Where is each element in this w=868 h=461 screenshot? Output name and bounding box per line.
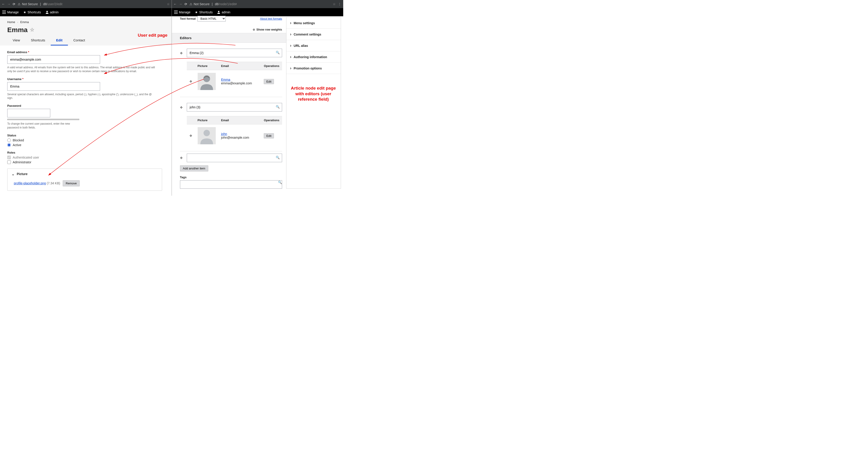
shortcut-star-icon[interactable]: ☆: [30, 27, 34, 33]
tags-field[interactable]: [180, 180, 278, 189]
status-blocked-radio[interactable]: [7, 138, 11, 142]
editor-autocomplete[interactable]: 🔍: [187, 48, 282, 57]
manage-menu[interactable]: Manage: [174, 10, 191, 14]
sidebar-promotion-options[interactable]: Promotion options: [286, 63, 341, 74]
reload-icon[interactable]: ⟳: [185, 2, 187, 6]
user-edit-pane: ← → ⟳ ⚠Not Secure | d8/user/2/edit ☆ Man…: [0, 0, 172, 196]
node-settings-sidebar: Menu settings Comment settings URL alias…: [286, 17, 341, 189]
email-help: A valid email address. All emails from t…: [7, 66, 157, 73]
email-field[interactable]: [7, 55, 100, 64]
node-edit-pane: ← → ⟳ ⚠Not Secure | d8/node/1/edit# ☆ ⋮ …: [172, 0, 343, 196]
back-icon[interactable]: ←: [2, 2, 5, 6]
svg-rect-5: [174, 12, 178, 12]
breadcrumb-home[interactable]: Home: [7, 20, 15, 24]
page-header-area: Home › Emma Emma ☆ View Shortcuts Edit C…: [0, 16, 172, 45]
edit-button[interactable]: Edit: [264, 79, 274, 84]
search-icon: 🔍: [274, 49, 282, 57]
password-help: To change the current user password, ent…: [7, 122, 78, 130]
editor-autocomplete-empty[interactable]: 🔍: [187, 154, 282, 162]
user-label: admin: [50, 10, 59, 14]
tags-input[interactable]: 🔍: [180, 180, 282, 189]
shortcuts-menu[interactable]: ★ Shortcuts: [23, 10, 41, 14]
browser-menu-icon[interactable]: ⋮: [338, 2, 341, 6]
bookmark-star-icon[interactable]: ☆: [167, 2, 170, 6]
editor-autocomplete-input[interactable]: [187, 154, 274, 162]
picture-details: Picture profile-placeholder.png (7.34 KB…: [7, 168, 162, 191]
editor-name-link[interactable]: john: [221, 132, 227, 136]
back-icon[interactable]: ←: [174, 2, 177, 6]
avatar: [198, 127, 216, 144]
role-administrator-label: Administrator: [13, 160, 31, 164]
editor-email: john@example.com: [221, 136, 249, 139]
status-active-row[interactable]: Active: [7, 143, 164, 147]
username-help: Several special characters are allowed, …: [7, 93, 157, 100]
avatar: [198, 73, 216, 90]
role-administrator-checkbox[interactable]: [7, 160, 11, 164]
security-label: Not Secure: [194, 2, 210, 6]
svg-rect-1: [2, 12, 6, 12]
svg-point-3: [46, 11, 48, 12]
editor-email: emma@example.com: [221, 81, 252, 85]
table-row: ✥ john john@example.com: [187, 124, 282, 147]
drag-handle-icon[interactable]: ✥: [189, 134, 192, 137]
about-text-formats-link[interactable]: About text formats: [260, 17, 282, 20]
manage-label: Manage: [7, 10, 19, 14]
url-path[interactable]: /node/1/edit#: [218, 2, 237, 6]
admin-toolbar: Manage ★ Shortcuts admin: [0, 8, 172, 16]
svg-rect-6: [174, 13, 178, 14]
show-row-weights-link[interactable]: Show row weights: [256, 28, 282, 31]
picture-summary[interactable]: Picture: [7, 169, 162, 179]
add-another-button[interactable]: Add another item: [180, 165, 208, 171]
editor-autocomplete-input[interactable]: [187, 49, 274, 57]
crosshair-icon: ⊕: [253, 28, 255, 31]
drag-handle-icon[interactable]: ✥: [189, 79, 192, 83]
role-authenticated-row: Authenticated user: [7, 156, 164, 159]
url-host[interactable]: d8: [215, 2, 218, 6]
editor-autocomplete[interactable]: 🔍: [187, 103, 282, 111]
primary-tabs: View Shortcuts Edit Contact: [7, 35, 164, 45]
drag-handle-icon[interactable]: ✥: [180, 106, 183, 109]
drag-handle-icon[interactable]: ✥: [180, 51, 183, 55]
picture-file-link[interactable]: profile-placeholder.png: [14, 182, 46, 185]
svg-point-9: [204, 130, 210, 136]
chevron-down-icon: [11, 172, 14, 176]
browser-bar: ← → ⟳ ⚠Not Secure | d8/user/2/edit ☆: [0, 0, 172, 8]
remove-picture-button[interactable]: Remove: [63, 180, 80, 187]
sidebar-menu-settings[interactable]: Menu settings: [286, 18, 341, 29]
editor-name-link[interactable]: Emma: [221, 78, 230, 81]
svg-rect-0: [2, 11, 6, 11]
warning-icon: ⚠: [18, 2, 21, 6]
sidebar-authoring-info[interactable]: Authoring information: [286, 51, 341, 63]
bookmark-star-icon[interactable]: ☆: [333, 2, 336, 6]
roles-label: Roles: [7, 151, 164, 154]
shortcuts-menu[interactable]: ★ Shortcuts: [195, 10, 213, 14]
password-field[interactable]: [7, 109, 50, 118]
role-administrator-row[interactable]: Administrator: [7, 160, 164, 164]
username-field[interactable]: [7, 82, 100, 91]
tab-contact[interactable]: Contact: [68, 35, 91, 45]
reload-icon[interactable]: ⟳: [13, 2, 16, 6]
manage-menu[interactable]: Manage: [2, 10, 19, 14]
status-blocked-row[interactable]: Blocked: [7, 138, 164, 142]
url-host[interactable]: d8: [43, 2, 47, 6]
user-menu[interactable]: admin: [217, 10, 230, 14]
sidebar-comment-settings[interactable]: Comment settings: [286, 29, 341, 40]
browser-bar: ← → ⟳ ⚠Not Secure | d8/node/1/edit# ☆ ⋮: [172, 0, 343, 8]
svg-point-7: [218, 11, 219, 12]
search-icon: 🔍: [274, 103, 282, 111]
user-menu[interactable]: admin: [45, 10, 59, 14]
editor-autocomplete-input[interactable]: [187, 103, 274, 111]
edit-button[interactable]: Edit: [264, 133, 274, 138]
forward-icon: →: [7, 2, 10, 6]
status-active-radio[interactable]: [7, 143, 11, 147]
username-label: Username *: [7, 77, 164, 81]
tab-shortcuts[interactable]: Shortcuts: [25, 35, 51, 45]
tab-view[interactable]: View: [7, 35, 25, 45]
url-path[interactable]: /user/2/edit: [46, 2, 62, 6]
tab-edit[interactable]: Edit: [51, 35, 68, 45]
drag-handle-icon[interactable]: ✥: [180, 156, 183, 160]
col-email: Email: [218, 62, 261, 70]
sidebar-url-alias[interactable]: URL alias: [286, 40, 341, 51]
text-format-select[interactable]: Basic HTML: [197, 16, 226, 22]
warning-icon: ⚠: [189, 2, 192, 6]
